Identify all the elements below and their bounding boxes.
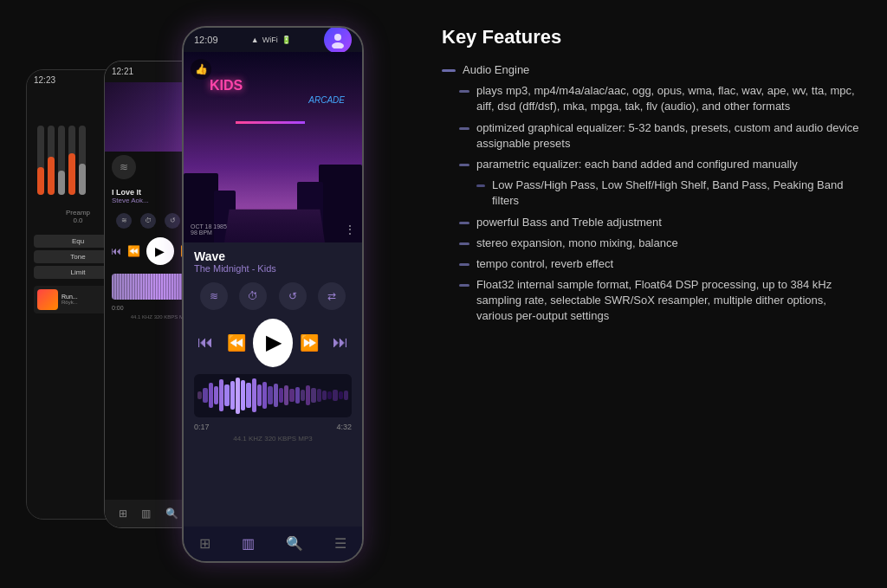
bullet-3	[459, 164, 469, 166]
mid-play-btn[interactable]: ▶	[146, 237, 174, 265]
right-panel: Key Features Audio Engine plays mp3, mp4…	[424, 0, 887, 588]
features-list: Audio Engine plays mp3, mp4/m4a/alac/aac…	[442, 62, 861, 325]
eq-slider-2	[48, 126, 55, 195]
wifi-icon: WiFi	[262, 36, 278, 44]
main-shuffle-btn[interactable]: ⇄	[318, 282, 346, 310]
album-overlay-text: OCT 18 1985 98 BPM	[191, 223, 227, 236]
mid-nav-grid[interactable]: ⊞	[119, 507, 127, 520]
wbar	[284, 385, 288, 405]
features-title: Key Features	[442, 26, 861, 48]
eq-slider-1	[37, 126, 44, 195]
main-skip-fwd2-btn[interactable]: ⏭	[326, 326, 355, 359]
main-waveform	[194, 374, 352, 417]
wbar	[301, 390, 305, 401]
wbar	[311, 388, 315, 403]
wbar	[289, 389, 294, 402]
feature-text-3: parametric equalizer: each band added an…	[476, 157, 861, 172]
bullet-4	[476, 184, 485, 187]
feature-text-6: stereo expansion, mono mixing, balance	[476, 236, 861, 251]
bullet-1	[459, 90, 469, 93]
svg-point-0	[334, 34, 341, 41]
wbar	[241, 380, 245, 411]
wbar	[306, 385, 310, 405]
phone-main: 12:09 ▲ WiFi 🔋	[182, 26, 364, 563]
album-menu-btn[interactable]: ⋮	[345, 223, 355, 236]
album-art-scene: KIDS ARCADE	[184, 52, 362, 242]
feature-item-3: parametric equalizer: each band added an…	[442, 157, 861, 172]
wbar	[236, 378, 240, 414]
mid-nav-search[interactable]: 🔍	[165, 507, 178, 520]
mid-repeat-btn[interactable]: ↺	[165, 213, 180, 229]
mid-time-current: 0:00	[112, 305, 124, 311]
wbar	[203, 388, 207, 403]
battery-icon: 🔋	[282, 36, 291, 44]
main-track-title: Wave	[194, 249, 352, 263]
mid-waveform-btn[interactable]: ≋	[116, 213, 132, 229]
main-nav-menu[interactable]: ☰	[327, 532, 353, 555]
main-play-btn[interactable]: ▶	[253, 319, 293, 367]
phones-panel: 12:23 Preamp	[0, 0, 424, 588]
main-avatar	[324, 26, 352, 54]
bullet-2	[459, 127, 469, 130]
mid-nav-bars[interactable]: ▥	[141, 507, 151, 520]
wbar	[252, 378, 256, 413]
main-skip-back2-btn[interactable]: ⏮	[191, 326, 220, 359]
main-nav: ⊞ ▥ 🔍 ☰	[184, 527, 362, 561]
mid-skip-back-btn[interactable]: ⏪	[127, 245, 140, 257]
main-nav-bars[interactable]: ▥	[235, 532, 262, 555]
wbar	[224, 384, 229, 406]
feature-item-1: plays mp3, mp4/m4a/alac/aac, ogg, opus, …	[442, 83, 861, 114]
main-waveform-btn[interactable]: ≋	[200, 282, 228, 310]
wbar	[279, 388, 283, 403]
main-time-current: 0:17	[194, 423, 210, 431]
signal-icon: ▲	[251, 36, 259, 44]
feature-item-5: powerful Bass and Treble adjustment	[442, 215, 861, 230]
wbar	[197, 391, 202, 398]
main-status-time: 12:09	[194, 35, 218, 45]
main-info-bar: 44.1 KHZ 320 KBPS MP3	[184, 433, 362, 444]
main-clock-btn[interactable]: ⏱	[239, 282, 267, 310]
feature-item-7: tempo control, reverb effect	[442, 256, 861, 272]
feature-text-1: plays mp3, mp4/m4a/alac/aac, ogg, opus, …	[476, 83, 861, 114]
waveform-bars	[194, 374, 352, 417]
wbar	[344, 391, 348, 400]
main-skip-back-btn[interactable]: ⏪	[220, 326, 253, 359]
wbar	[268, 386, 272, 404]
feature-item-4: Low Pass/High Pass, Low Shelf/High Shelf…	[442, 178, 861, 209]
feature-item-0: Audio Engine	[442, 62, 861, 78]
bullet-5	[459, 222, 469, 224]
main-status-icons: ▲ WiFi 🔋	[251, 36, 291, 44]
eq-slider-3	[58, 126, 65, 195]
feature-text-4: Low Pass/High Pass, Low Shelf/High Shelf…	[492, 178, 861, 209]
neon-strip	[236, 121, 305, 124]
main-status-bar: 12:09 ▲ WiFi 🔋	[184, 28, 362, 52]
main-nav-search[interactable]: 🔍	[279, 532, 310, 555]
feature-text-8: Float32 internal sample format, Float64 …	[476, 277, 861, 325]
waveform-icon: ≋	[112, 155, 136, 179]
wbar	[295, 387, 300, 404]
main-track-info: Wave The Midnight - Kids	[184, 242, 362, 277]
like-btn[interactable]: 👍	[191, 59, 211, 80]
bullet-7	[459, 263, 469, 266]
wbar	[317, 389, 321, 402]
wbar	[262, 382, 267, 410]
bullet-6	[459, 242, 469, 245]
svg-point-1	[332, 42, 344, 48]
eq-slider-5	[79, 126, 86, 195]
phone-back-time: 12:23	[34, 75, 55, 85]
mid-skip-back2-btn[interactable]: ⏮	[111, 245, 121, 257]
main-nav-grid[interactable]: ⊞	[192, 532, 217, 555]
main-repeat-btn[interactable]: ↺	[279, 282, 307, 310]
phone-mid-time: 12:21	[112, 67, 133, 76]
wbar	[333, 390, 337, 401]
main-skip-fwd-btn[interactable]: ⏩	[293, 326, 326, 359]
wbar	[339, 391, 343, 398]
bullet-8	[459, 284, 469, 287]
bullet-0	[442, 69, 456, 72]
main-time-total: 4:32	[336, 423, 352, 431]
wbar	[246, 383, 250, 408]
avatar-icon	[329, 31, 346, 48]
album-bpm: 98 BPM	[191, 229, 227, 236]
mid-clock-btn[interactable]: ⏱	[140, 213, 156, 229]
feature-item-6: stereo expansion, mono mixing, balance	[442, 236, 861, 251]
